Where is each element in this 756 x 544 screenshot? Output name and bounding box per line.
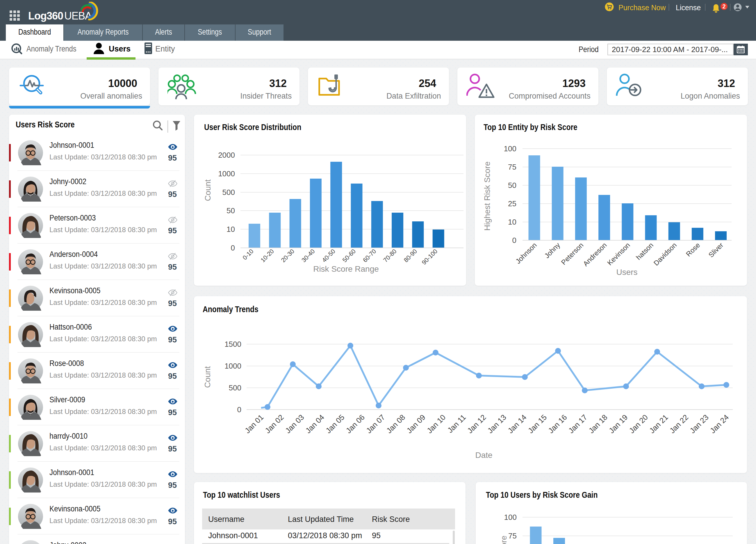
svg-text:Jan 10: Jan 10 (425, 413, 447, 435)
svg-text:75: 75 (508, 163, 516, 171)
svg-text:Rose: Rose (684, 241, 702, 258)
svg-text:hatson: hatson (634, 241, 655, 261)
svg-text:Jan 20: Jan 20 (627, 413, 650, 435)
svg-text:Kevinson: Kevinson (606, 241, 632, 267)
svg-text:0-10: 0-10 (241, 248, 255, 261)
svg-text:500: 500 (222, 188, 235, 197)
svg-text:0: 0 (231, 243, 235, 252)
svg-text:Jan 21: Jan 21 (648, 413, 670, 435)
svg-text:Jan 04: Jan 04 (304, 413, 326, 435)
svg-text:Jan 09: Jan 09 (405, 413, 427, 435)
svg-text:50-60: 50-60 (341, 248, 357, 263)
svg-text:Sliver: Sliver (707, 241, 725, 259)
svg-text:10-20: 10-20 (259, 248, 275, 263)
svg-text:Count: Count (203, 179, 212, 201)
svg-text:Jan 16: Jan 16 (546, 413, 568, 435)
svg-text:50: 50 (508, 181, 516, 190)
svg-text:Jan 06: Jan 06 (344, 413, 366, 435)
svg-text:Jan 15: Jan 15 (526, 413, 548, 435)
svg-text:20-30: 20-30 (280, 248, 295, 263)
svg-text:Jan 13: Jan 13 (486, 413, 508, 435)
svg-text:Risk Score Range: Risk Score Range (313, 264, 379, 274)
svg-text:Date: Date (475, 451, 492, 460)
svg-text:Jan 22: Jan 22 (668, 413, 690, 435)
svg-text:2: 2 (722, 3, 725, 10)
svg-text:100: 100 (504, 513, 517, 522)
svg-text:10: 10 (508, 217, 516, 226)
svg-text:80-90: 80-90 (402, 248, 418, 263)
svg-text:50: 50 (227, 206, 235, 215)
svg-text:10: 10 (227, 225, 235, 233)
svg-text:1000: 1000 (218, 169, 235, 178)
svg-text:Jan 08: Jan 08 (385, 413, 407, 435)
svg-text:30-40: 30-40 (300, 248, 316, 263)
svg-text:Peterson: Peterson (559, 241, 585, 266)
svg-text:Jan 01: Jan 01 (243, 413, 265, 435)
svg-text:Andreson: Andreson (582, 241, 608, 267)
svg-text:Jan 07: Jan 07 (364, 413, 386, 435)
svg-text:100: 100 (504, 144, 516, 153)
svg-text:Jan 19: Jan 19 (607, 413, 629, 435)
svg-text:70-80: 70-80 (382, 248, 398, 263)
svg-text:2000: 2000 (218, 151, 235, 159)
svg-text:Jan 03: Jan 03 (283, 413, 306, 435)
svg-text:60-70: 60-70 (361, 248, 377, 263)
svg-text:Jan 12: Jan 12 (466, 413, 488, 435)
svg-text:Highest Risk Score: Highest Risk Score (499, 536, 508, 544)
svg-text:25: 25 (508, 199, 516, 208)
svg-text:1000: 1000 (224, 362, 241, 370)
svg-text:Jan 14: Jan 14 (506, 413, 528, 435)
svg-text:Jan 17: Jan 17 (567, 413, 589, 435)
svg-text:Highest Risk Score: Highest Risk Score (483, 161, 492, 231)
svg-text:Johny: Johny (543, 241, 561, 259)
svg-text:Jan 02: Jan 02 (263, 413, 285, 435)
svg-text:Jan 05: Jan 05 (324, 413, 346, 435)
svg-text:Jan 24: Jan 24 (708, 413, 730, 435)
svg-text:Jan 18: Jan 18 (587, 413, 609, 435)
svg-text:0: 0 (512, 236, 516, 245)
svg-text:1500: 1500 (224, 340, 241, 349)
svg-text:90-100: 90-100 (420, 248, 439, 266)
svg-text:Users: Users (616, 267, 637, 277)
svg-text:Johnson: Johnson (514, 241, 538, 265)
svg-text:0: 0 (237, 405, 241, 414)
svg-text:500: 500 (229, 384, 241, 392)
svg-text:Davidson: Davidson (652, 241, 678, 267)
svg-text:Count: Count (203, 366, 212, 388)
svg-text:40-50: 40-50 (321, 248, 336, 263)
svg-text:75: 75 (508, 531, 517, 540)
svg-text:Jan 23: Jan 23 (688, 413, 710, 435)
svg-text:Jan 11: Jan 11 (446, 413, 468, 435)
